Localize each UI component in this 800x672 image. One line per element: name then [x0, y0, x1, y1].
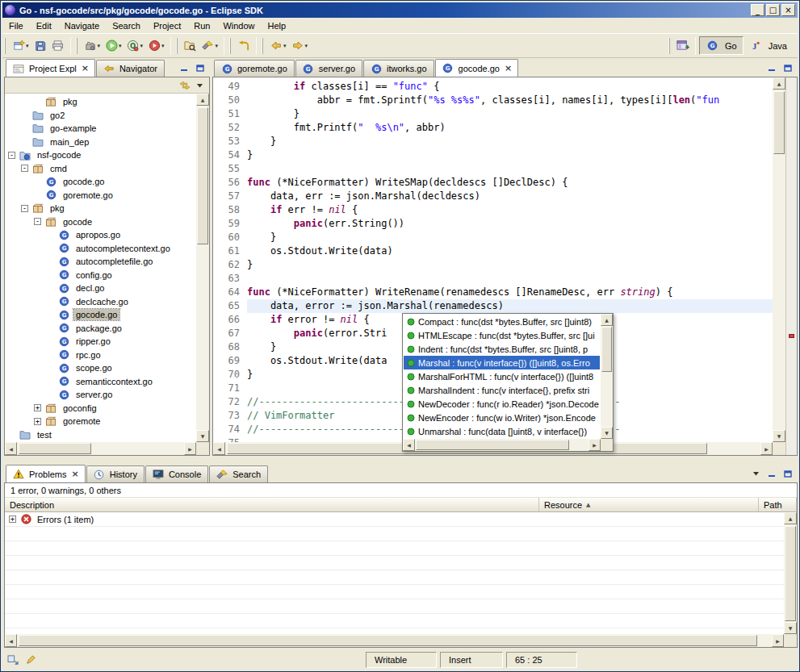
min-view-button[interactable]: [177, 61, 191, 74]
code-line-58[interactable]: 58 if err != nil {: [213, 203, 773, 217]
external-tools-button[interactable]: ▾: [145, 36, 167, 56]
editor-h-scroll-right-button[interactable]: ▶: [760, 442, 773, 455]
max-view-button[interactable]: [781, 61, 795, 74]
popup-h-scrollbar[interactable]: ◀▶: [403, 439, 601, 451]
editor-tab-itworks-go[interactable]: Gitworks.go: [363, 60, 434, 77]
menu-help[interactable]: Help: [262, 19, 293, 32]
open-resource-button[interactable]: [182, 36, 199, 56]
tree-item-declcache-go[interactable]: Gdeclcache.go: [5, 295, 196, 309]
overview-ruler[interactable]: [785, 77, 797, 455]
code-line-56[interactable]: 56func (*NiceFormatter) WriteSMap(declde…: [213, 176, 773, 190]
completion-item[interactable]: Unmarshal : func(data []uint8, v interfa…: [404, 424, 600, 438]
popup-scrollbar[interactable]: ▲▼: [601, 314, 613, 439]
expand-icon[interactable]: +: [34, 418, 41, 425]
code-line-62[interactable]: 62}: [213, 258, 773, 272]
editor-scroll-up-button[interactable]: ▲: [773, 77, 785, 90]
tree-item-decl-go[interactable]: Gdecl.go: [5, 282, 196, 295]
tree-item-semanticcontext-go[interactable]: Gsemanticcontext.go: [5, 375, 196, 389]
tree-item-test[interactable]: test: [5, 428, 196, 442]
popup-h-scroll-left-button[interactable]: ◀: [403, 439, 415, 451]
code-line-65[interactable]: 65 data, error := json.Marshal(renamedes…: [213, 299, 773, 313]
code-line-59[interactable]: 59 panic(err.String()): [213, 217, 773, 231]
dropdown-arrow-icon[interactable]: ▾: [119, 43, 122, 49]
error-marker-icon[interactable]: [789, 334, 794, 338]
completion-item[interactable]: MarshalIndent : func(v interface{}, pref…: [404, 383, 600, 397]
tree-item-main-dep[interactable]: main_dep: [5, 136, 196, 149]
save-button[interactable]: [31, 36, 49, 56]
editor-scrollbar[interactable]: ▲▼: [773, 77, 785, 442]
problems-h-scrollbar[interactable]: ◀▶: [5, 634, 784, 647]
code-line-53[interactable]: 53 }: [213, 135, 773, 148]
completion-item[interactable]: Compact : func(dst *bytes.Buffer, src []…: [404, 315, 600, 328]
popup-scroll-up-button[interactable]: ▲: [601, 314, 613, 326]
tree-item-autocompletecontext-go[interactable]: Gautocompletecontext.go: [5, 242, 196, 256]
problems-scroll-down-button[interactable]: ▼: [784, 622, 797, 634]
tree-item-goremote-go[interactable]: Ggoremote.go: [5, 189, 196, 202]
completion-item[interactable]: NewEncoder : func(w io.Writer) *json.Enc…: [404, 411, 600, 424]
print-button[interactable]: [49, 36, 67, 56]
code-line-51[interactable]: 51 }: [213, 107, 773, 121]
code-line-54[interactable]: 54}: [213, 148, 773, 162]
tree-h-scroll-thumb[interactable]: [19, 443, 91, 454]
tree-item-autocompletefile-go[interactable]: Gautocompletefile.go: [5, 255, 196, 269]
tree-scroll-down-button[interactable]: ▼: [196, 430, 209, 442]
close-tab-icon[interactable]: ×: [71, 469, 78, 479]
code-line-50[interactable]: 50 abbr = fmt.Sprintf("%s %s%s", classes…: [213, 94, 773, 107]
code-line-49[interactable]: 49 if classes[i] == "func" {: [213, 80, 773, 94]
code-line-52[interactable]: 52 fmt.Printf(" %s\n", abbr): [213, 121, 773, 135]
problems-row[interactable]: +Errors (1 item): [5, 512, 784, 527]
tree-item-pkg[interactable]: -pkg: [5, 202, 196, 215]
completion-item[interactable]: MarshalForHTML : func(v interface{}) ([]…: [404, 369, 600, 383]
editor-scroll-down-button[interactable]: ▼: [773, 430, 785, 442]
popup-scroll-down-button[interactable]: ▼: [601, 427, 613, 439]
dropdown-arrow-icon[interactable]: ▾: [140, 43, 144, 49]
panel-tab-problems[interactable]: Problems×: [6, 465, 86, 482]
collapse-icon[interactable]: -: [8, 152, 15, 159]
max-view-button[interactable]: [781, 467, 795, 480]
popup-h-scroll-right-button[interactable]: ▶: [588, 439, 601, 451]
tree-item-apropos-go[interactable]: Gapropos.go: [5, 228, 196, 242]
tree-item-config-go[interactable]: Gconfig.go: [5, 269, 196, 282]
debug-button[interactable]: ▾: [82, 36, 103, 56]
menu-window[interactable]: Window: [216, 19, 261, 32]
code-line-57[interactable]: 57 data, err := json.Marshal(decldescs): [213, 190, 773, 203]
dropdown-arrow-icon[interactable]: ▾: [26, 43, 29, 49]
view-menu-button[interactable]: [192, 79, 207, 92]
menu-edit[interactable]: Edit: [30, 19, 58, 32]
code-line-55[interactable]: 55: [213, 162, 773, 176]
tree-item-scope-go[interactable]: Gscope.go: [5, 361, 196, 375]
code-line-60[interactable]: 60 }: [213, 231, 773, 244]
dropdown-arrow-icon[interactable]: ▾: [216, 43, 219, 49]
minimize-button[interactable]: _: [751, 4, 764, 16]
tree-item-pkg[interactable]: pkg: [5, 95, 196, 109]
collapse-icon[interactable]: -: [21, 205, 28, 212]
perspective-java-button[interactable]: JJava: [743, 36, 793, 55]
completion-item[interactable]: NewDecoder : func(r io.Reader) *json.Dec…: [404, 397, 600, 411]
tree-item-ripper-go[interactable]: Gripper.go: [5, 335, 196, 349]
dropdown-arrow-icon[interactable]: ▾: [161, 43, 165, 49]
min-view-button[interactable]: [764, 61, 779, 74]
tree-item-go-example[interactable]: go-example: [5, 122, 196, 136]
tree-item-gocode-go[interactable]: Ggocode.go: [5, 175, 196, 189]
maximize-button[interactable]: □: [766, 4, 780, 16]
tree-item-cmd[interactable]: -cmd: [5, 162, 196, 176]
tree-h-scroll-left-button[interactable]: ◀: [5, 442, 17, 455]
close-tab-icon[interactable]: ×: [82, 63, 89, 73]
menu-file[interactable]: File: [2, 19, 30, 32]
tree-item-go2[interactable]: go2: [5, 109, 196, 123]
tree-item-goconfig[interactable]: +goconfig: [5, 402, 196, 415]
tree-scrollbar[interactable]: ▲▼: [196, 94, 209, 442]
last-edit-button[interactable]: [235, 36, 253, 56]
perspective-go-button[interactable]: GGo: [699, 36, 743, 55]
popup-h-scroll-thumb[interactable]: [416, 440, 569, 450]
menu-run[interactable]: Run: [187, 19, 216, 32]
back-button[interactable]: ▾: [267, 36, 289, 56]
close-button[interactable]: ×: [781, 4, 795, 16]
column-header-resource[interactable]: Resource▲: [539, 498, 759, 511]
editor-scroll-thumb[interactable]: [773, 91, 785, 154]
close-tab-icon[interactable]: ×: [505, 63, 512, 73]
panel-tab-search[interactable]: Search: [209, 465, 268, 482]
problems-scrollbar[interactable]: ▲▼: [784, 512, 797, 634]
collapse-icon[interactable]: -: [21, 165, 28, 172]
tree-item-goremote[interactable]: +goremote: [5, 415, 196, 428]
